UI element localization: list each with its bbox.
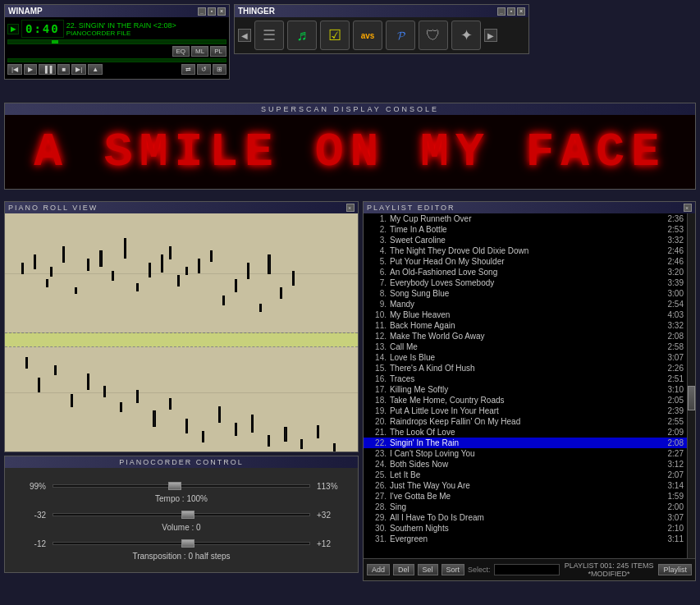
playlist-window: PLAYLIST EDITOR × 1.My Cup Runneth Over2… [363, 201, 696, 581]
playlist-item[interactable]: 16.Traces2:51 [364, 374, 687, 384]
winamp-minimize-button[interactable]: _ [198, 7, 206, 16]
tempo-right-label: 113% [317, 482, 350, 491]
transpose-left-label: -12 [13, 539, 46, 548]
playlist-item[interactable]: 4.The Night They Drove Old Dixie Down2:4… [364, 245, 687, 256]
winamp-close-button[interactable]: × [217, 7, 226, 16]
playlist-title: PLAYLIST EDITOR [367, 204, 455, 212]
winamp-play-button[interactable]: ▶ [24, 64, 37, 75]
winamp-prev-button[interactable]: |◀ [7, 64, 22, 75]
winamp-titlebar: WINAMP _ ▪ × [5, 5, 229, 17]
winamp-mode-buttons: EQ ML PL [7, 46, 226, 57]
playlist-item[interactable]: 7.Everybody Loves Somebody3:39 [364, 277, 687, 288]
playlist-item[interactable]: 10.My Blue Heaven4:03 [364, 309, 687, 320]
piano-roll-close-button[interactable]: × [346, 204, 355, 212]
winamp-next-button[interactable]: ▶| [71, 64, 86, 75]
volume-center-label: Volume : 0 [53, 523, 310, 532]
winamp-seekbar[interactable] [7, 39, 226, 44]
winamp-open-button[interactable]: ▲ [88, 64, 103, 75]
winamp-stop-button[interactable]: ■ [57, 64, 70, 75]
transpose-slider[interactable] [53, 537, 310, 550]
playlist-item[interactable]: 13.Call Me2:58 [364, 341, 687, 352]
playlist-add-button[interactable]: Add [367, 564, 390, 575]
playlist-item[interactable]: 21.The Look Of Love2:09 [364, 427, 687, 438]
volume-slider-thumb[interactable] [181, 511, 194, 519]
playlist-item[interactable]: 20.Raindrops Keep Fallin' On My Head2:55 [364, 416, 687, 427]
tempo-slider[interactable] [53, 479, 310, 493]
playlist-sort-button[interactable]: Sort [442, 564, 465, 575]
thinger-close-button[interactable]: × [517, 7, 525, 16]
playlist-close-button[interactable]: × [684, 204, 692, 212]
playlist-item[interactable]: 28.Sing2:00 [364, 502, 687, 512]
volume-label-row: Volume : 0 [13, 523, 350, 532]
tempo-left-label: 99% [13, 482, 46, 491]
thinger-btn-avs[interactable]: avs [353, 21, 382, 50]
playlist-item[interactable]: 23.I Can't Stop Loving You2:27 [364, 448, 687, 459]
thinger-shade-button[interactable]: ▪ [507, 7, 515, 16]
transpose-label-row: Transposition : 0 half steps [13, 552, 350, 561]
thinger-next-button[interactable]: ▶ [484, 29, 497, 42]
winamp-logo: ▶ [7, 24, 19, 34]
tempo-slider-thumb[interactable] [168, 482, 181, 490]
winamp-ml-button[interactable]: ML [191, 46, 208, 57]
winamp-eq-button[interactable]: EQ [172, 46, 190, 57]
playlist-item[interactable]: 6.An Old-Fashioned Love Song3:20 [364, 267, 687, 277]
thinger-btn-shield[interactable]: 🛡 [419, 21, 448, 50]
playlist-item[interactable]: 3.Sweet Caroline3:32 [364, 235, 687, 245]
transpose-center-label: Transposition : 0 half steps [53, 552, 310, 561]
playlist-item[interactable]: 17.Killing Me Softly3:10 [364, 384, 687, 395]
thinger-btn-check[interactable]: ☑ [320, 21, 350, 50]
playlist-item[interactable]: 25.Let It Be2:07 [364, 470, 687, 480]
thinger-prev-button[interactable]: ◀ [238, 29, 251, 42]
thinger-btn-list[interactable]: ☰ [254, 21, 284, 50]
playlist-item[interactable]: 12.Make The World Go Away2:08 [364, 331, 687, 341]
playlist-item[interactable]: 26.Just The Way You Are3:14 [364, 480, 687, 491]
playlist-item[interactable]: 27.I've Gotta Be Me1:59 [364, 491, 687, 502]
thinger-window: THINGER _ ▪ × ◀ ☰ ♬ ☑ avs 𝓟 🛡 ✦ ▶ [234, 4, 529, 54]
winamp-pl-button[interactable]: PL [210, 46, 226, 57]
playlist-item[interactable]: 30.Southern Nights2:10 [364, 523, 687, 534]
playlist-item[interactable]: 11.Back Home Again3:32 [364, 320, 687, 331]
winamp-pause-button[interactable]: ▐▐ [39, 64, 56, 75]
playlist-item[interactable]: 29.All I Have To Do Is Dream3:07 [364, 512, 687, 523]
volume-right-label: +32 [317, 511, 350, 520]
piano-roll-body[interactable] [5, 213, 358, 451]
thinger-body: ◀ ☰ ♬ ☑ avs 𝓟 🛡 ✦ ▶ [235, 17, 528, 53]
playlist-del-button[interactable]: Del [393, 564, 414, 575]
playlist-item[interactable]: 15.There's A Kind Of Hush2:26 [364, 363, 687, 374]
piano-roll-titlebar: PIANO ROLL VIEW × [5, 202, 358, 213]
playlist-item[interactable]: 19.Put A Little Love In Your Heart2:39 [364, 406, 687, 416]
thinger-btn-audio[interactable]: ♬ [287, 21, 317, 50]
piano-roll-title: PIANO ROLL VIEW [8, 204, 98, 212]
playlist-scrollbar-thumb[interactable] [688, 386, 695, 410]
playlist-item[interactable]: 2.Time In A Bottle2:53 [364, 224, 687, 235]
winamp-volume-bar[interactable] [7, 58, 226, 62]
playlist-item[interactable]: 14.Love Is Blue3:07 [364, 352, 687, 363]
playlist-item[interactable]: 31.Evergreen3:11 [364, 534, 687, 544]
playlist-playlist-button[interactable]: Playlist [658, 564, 692, 575]
piano-roll-window: PIANO ROLL VIEW × [4, 201, 359, 452]
playlist-item[interactable]: 18.Take Me Home, Country Roads2:05 [364, 395, 687, 406]
playlist-body: 1.My Cup Runneth Over2:362.Time In A Bot… [364, 213, 695, 558]
thinger-btn-star[interactable]: ✦ [451, 21, 481, 50]
playlist-select-input[interactable] [494, 564, 560, 575]
thinger-minimize-button[interactable]: _ [497, 7, 506, 16]
playlist-select-label: Select: [468, 566, 491, 574]
playlist-item[interactable]: 8.Song Sung Blue3:00 [364, 288, 687, 299]
superscan-display: A SMILE ON MY FACE [5, 115, 695, 189]
playlist-item[interactable]: 1.My Cup Runneth Over2:36 [364, 213, 687, 224]
volume-slider[interactable] [53, 508, 310, 521]
playlist-scrollbar[interactable] [687, 213, 695, 558]
winamp-shuffle-button[interactable]: ⇄ [181, 64, 195, 75]
playlist-item[interactable]: 5.Put Your Head On My Shoulder2:46 [364, 256, 687, 267]
playlist-item[interactable]: 24.Both Sides Now3:12 [364, 459, 687, 470]
winamp-repeat-button[interactable]: ↺ [197, 64, 211, 75]
playlist-item[interactable]: 22.Singin' In The Rain2:08 [364, 438, 687, 448]
playlist-sel-button[interactable]: Sel [418, 564, 438, 575]
winamp-extra-button[interactable]: ⊞ [213, 64, 226, 75]
playlist-item[interactable]: 9.Mandy2:54 [364, 299, 687, 309]
winamp-body: ▶ 0:40 22. SINGIN' IN THE RAIN <2:08> PI… [5, 17, 229, 79]
winamp-shade-button[interactable]: ▪ [208, 7, 216, 16]
transpose-slider-thumb[interactable] [181, 539, 194, 548]
winamp-transport-controls: |◀ ▶ ▐▐ ■ ▶| ▲ ⇄ ↺ ⊞ [7, 64, 226, 75]
thinger-btn-p[interactable]: 𝓟 [386, 21, 415, 50]
